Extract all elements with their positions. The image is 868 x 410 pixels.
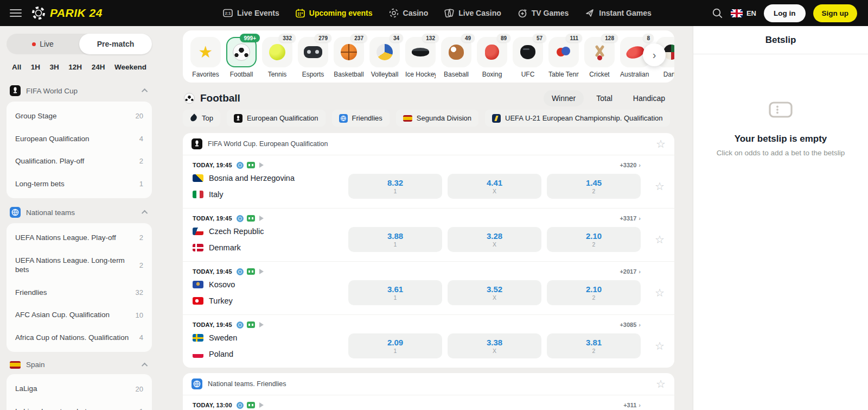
odd-button-2[interactable]: 3.812 (547, 333, 641, 358)
sidebar-item-long-term-bets[interactable]: Long-term bets 1 (7, 173, 152, 195)
sport-tennis[interactable]: 332 Tennis (262, 37, 292, 78)
scoreboard-icon (247, 162, 255, 168)
teams[interactable]: Kosovo Turkey (193, 276, 348, 309)
language-selector[interactable]: EN (731, 9, 756, 17)
sport-ufc[interactable]: 57 UFC (513, 37, 543, 78)
chip-segunda-division[interactable]: Segunda Division (396, 110, 478, 127)
sidebar-item-africa-cup[interactable]: Africa Cup of Nations. Qualification 4 (7, 326, 152, 349)
nav-tv-games[interactable]: TV Games (518, 8, 569, 18)
chip-top[interactable]: Top (183, 110, 220, 127)
toggle-live[interactable]: Live (7, 34, 79, 54)
time-filter-12h[interactable]: 12H (68, 63, 82, 71)
sport-label: Australian f... (620, 71, 650, 78)
sport-baseball[interactable]: 49 Baseball (441, 37, 471, 78)
sidebar-item-laliga[interactable]: LaLiga 20 (7, 377, 152, 400)
market-tab-winner[interactable]: Winner (544, 90, 584, 106)
sidebar-item-afc-asian-cup[interactable]: AFC Asian Cup. Qualification 10 (7, 304, 152, 326)
sidebar-item-uefa-nations-playoff[interactable]: UEFA Nations League. Play-off 2 (7, 226, 152, 249)
sport-esports[interactable]: 279 Esports (298, 37, 328, 78)
more-markets-link[interactable]: +3317 (620, 215, 641, 222)
odd-button-x[interactable]: 3.38X (448, 333, 541, 358)
menu-icon[interactable] (10, 9, 22, 17)
odd-button-1[interactable]: 3.881 (348, 227, 442, 252)
nav-casino[interactable]: Casino (389, 8, 429, 18)
odd-button-2[interactable]: 2.102 (547, 280, 641, 305)
sport-ice-hockey[interactable]: 132 Ice Hockey (405, 37, 436, 78)
nav-live-casino[interactable]: Live Casino (444, 8, 501, 18)
sidebar-section-spain[interactable]: Spain (7, 356, 152, 374)
sidebar-section-national-teams[interactable]: National teams (7, 203, 152, 223)
time-filter-3h[interactable]: 3H (50, 63, 59, 71)
login-button[interactable]: Log in (764, 4, 806, 22)
sport-volleyball[interactable]: 34 Volleyball (369, 37, 400, 78)
sports-scroll-right-button[interactable]: › (643, 43, 666, 66)
bet-builder-icon (237, 321, 244, 329)
odd-button-1[interactable]: 3.611 (348, 280, 442, 305)
favorite-star-icon[interactable]: ☆ (656, 379, 666, 389)
item-count: 10 (136, 311, 143, 319)
odd-button-2[interactable]: 1.452 (547, 174, 641, 199)
time-filter-1h[interactable]: 1H (31, 63, 40, 71)
sidebar-item-qualification-playoff[interactable]: Qualification. Play-off 2 (7, 150, 152, 173)
chip-uefa-u21[interactable]: UEFA U-21 European Championship. Qualifi… (485, 110, 670, 127)
spain-flag-icon (403, 115, 412, 122)
odd-button-2[interactable]: 2.102 (547, 227, 641, 252)
favorite-star-icon[interactable]: ☆ (655, 181, 665, 192)
chip-european-qualification[interactable]: European Qualification (227, 110, 326, 127)
chevron-up-icon (142, 210, 148, 216)
market-tab-total[interactable]: Total (588, 90, 621, 106)
sport-football[interactable]: 999+ Football (226, 37, 257, 78)
sport-boxing[interactable]: 89 Boxing (477, 37, 507, 78)
market-tab-handicap[interactable]: Handicap (625, 90, 673, 106)
time-filter-24h[interactable]: 24H (92, 63, 105, 71)
item-count: 1 (139, 180, 143, 188)
sidebar-item-laliga-longterm[interactable]: LaLiga. Long-term bets 1 (7, 400, 152, 410)
odd-button-1[interactable]: 8.321 (348, 174, 442, 199)
logo[interactable]: PARIK 24 (31, 6, 103, 20)
odd-button-x[interactable]: 3.28X (448, 227, 541, 252)
sport-basketball[interactable]: 237 Basketball (334, 37, 364, 78)
league-header[interactable]: FIFA World Cup. European Qualification ☆ (183, 133, 674, 155)
favorite-star-icon[interactable]: ☆ (655, 340, 665, 351)
nav-live-events[interactable]: 2:1 Live Events (223, 9, 279, 17)
odds-group: 3.881 3.28X 2.102 (348, 227, 641, 252)
teams[interactable]: Czech Republic Denmark (193, 223, 348, 256)
more-markets-link[interactable]: +311 (623, 402, 641, 408)
sport-label: Football (226, 71, 257, 78)
sidebar-section-fifa-world-cup[interactable]: FIFA World Cup (7, 81, 152, 102)
flame-icon (189, 113, 198, 122)
sidebar-item-group-stage[interactable]: Group Stage 20 (7, 105, 152, 128)
hockey-puck-icon (412, 48, 429, 56)
teams[interactable]: Bosnia and Herzegovina Italy (193, 170, 348, 203)
more-markets-link[interactable]: +3320 (620, 162, 641, 168)
sport-count-badge: 111 (566, 34, 582, 42)
sidebar-item-european-qualification[interactable]: European Qualification 4 (7, 128, 152, 150)
sport-favorites[interactable]: ★ Favorites (190, 37, 221, 78)
league-header[interactable]: National teams. Friendlies ☆ (183, 373, 674, 395)
nav-instant-games[interactable]: Instant Games (585, 8, 651, 18)
odd-button-x[interactable]: 3.52X (448, 280, 541, 305)
more-markets-link[interactable]: +3085 (620, 321, 641, 328)
search-icon[interactable] (712, 8, 723, 19)
item-label: UEFA Nations League. Play-off (15, 233, 139, 243)
sport-cricket[interactable]: 128 Cricket (584, 37, 615, 78)
favorite-star-icon[interactable]: ☆ (655, 287, 665, 298)
more-markets-link[interactable]: +2017 (620, 268, 641, 275)
toggle-prematch[interactable]: Pre-match (79, 34, 152, 54)
sidebar-item-friendlies[interactable]: Friendlies 32 (7, 281, 152, 304)
chip-friendlies[interactable]: Friendlies (332, 110, 390, 127)
sport-label: Darts (656, 71, 674, 78)
nav-upcoming-events[interactable]: Upcoming events (296, 9, 373, 18)
favorite-star-icon[interactable]: ☆ (655, 234, 665, 245)
time-filter-all[interactable]: All (12, 63, 21, 71)
cricket-bats-icon (591, 44, 608, 60)
odd-button-1[interactable]: 2.091 (348, 333, 442, 358)
sidebar-item-uefa-nations-longterm[interactable]: UEFA Nations League. Long-term bets 2 (7, 249, 152, 281)
sport-table-tennis[interactable]: 111 Table Tennis (548, 37, 579, 78)
odd-button-x[interactable]: 4.41X (448, 174, 541, 199)
item-label: Africa Cup of Nations. Qualification (15, 333, 139, 343)
favorite-star-icon[interactable]: ☆ (656, 138, 666, 149)
signup-button[interactable]: Sign up (813, 4, 858, 22)
teams[interactable]: Sweden Poland (193, 330, 348, 362)
time-filter-weekend[interactable]: Weekend (114, 63, 146, 71)
